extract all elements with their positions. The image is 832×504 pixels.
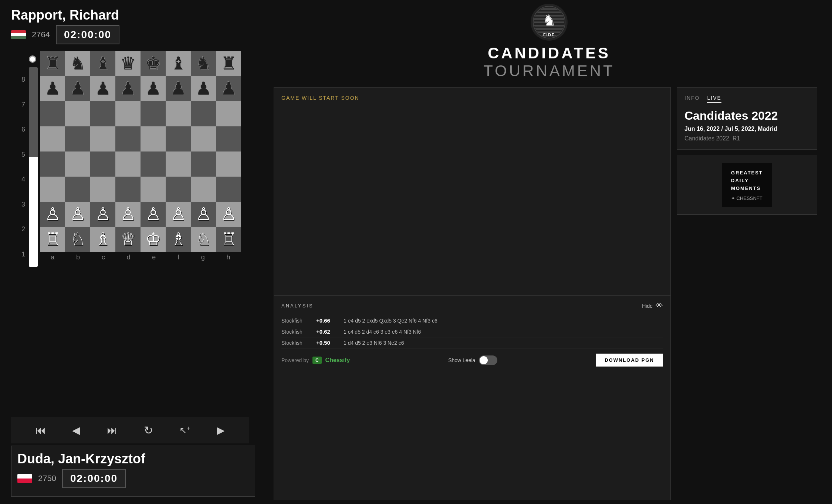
cell-3-4[interactable] — [141, 126, 166, 151]
analysis-row-3: Stockfish +0.50 1 d4 d5 2 e3 Nf6 3 Ne2 c… — [281, 337, 663, 348]
cell-4-3[interactable] — [115, 151, 141, 177]
cell-1-4[interactable]: ♟ — [141, 76, 166, 101]
cell-7-3[interactable]: ♕ — [115, 227, 141, 252]
cell-7-4[interactable]: ♔ — [141, 227, 166, 252]
chessnft-panel[interactable]: GREATEST DAILY MOMENTS ✦ CHESSNFT — [677, 156, 817, 215]
cell-1-3[interactable]: ♟ — [115, 76, 141, 101]
right-panel: ♞ FIDE CANDIDATES TOURNAMENT GAME WILL S… — [266, 0, 832, 504]
first-button[interactable]: ⏮ — [32, 423, 50, 438]
analysis-section: ANALYSIS Hide 👁 Stockfish +0.66 1 e4 d5 … — [274, 295, 671, 500]
cell-3-6[interactable] — [191, 126, 216, 151]
engine-3: Stockfish — [281, 340, 311, 346]
download-pgn-button[interactable]: DOWNLOAD PGN — [596, 354, 663, 367]
toggle-knob — [480, 356, 488, 364]
cell-3-3[interactable] — [115, 126, 141, 151]
cell-2-4[interactable] — [141, 101, 166, 126]
player-top: Rapport, Richard 2764 02:00:00 — [11, 7, 259, 47]
cell-0-0[interactable]: ♜ — [40, 51, 65, 76]
cell-0-1[interactable]: ♞ — [65, 51, 90, 76]
last-button[interactable]: ▶ — [213, 423, 229, 438]
refresh-button[interactable]: ↻ — [140, 422, 157, 438]
cell-2-6[interactable] — [191, 101, 216, 126]
cell-4-0[interactable] — [40, 151, 65, 177]
hide-button[interactable]: Hide 👁 — [642, 302, 663, 310]
cell-1-5[interactable]: ♟ — [166, 76, 191, 101]
moves-2: 1 c4 d5 2 d4 c6 3 e3 e6 4 Nf3 Nf6 — [344, 329, 663, 335]
cell-0-5[interactable]: ♝ — [166, 51, 191, 76]
cell-4-1[interactable] — [65, 151, 90, 177]
cell-6-1[interactable]: ♙ — [65, 202, 90, 227]
player-top-name: Rapport, Richard — [11, 7, 259, 23]
cell-5-3[interactable] — [115, 177, 141, 202]
cell-3-2[interactable] — [90, 126, 115, 151]
cell-6-0[interactable]: ♙ — [40, 202, 65, 227]
cell-7-0[interactable]: ♖ — [40, 227, 65, 252]
cell-6-7[interactable]: ♙ — [216, 202, 241, 227]
player-bottom-timer: 02:00:00 — [62, 469, 126, 488]
cell-3-1[interactable] — [65, 126, 90, 151]
leela-toggle[interactable] — [479, 355, 497, 365]
next-button[interactable]: ⏭ — [103, 423, 121, 438]
cell-7-1[interactable]: ♘ — [65, 227, 90, 252]
player-top-timer: 02:00:00 — [56, 25, 119, 44]
cell-6-2[interactable]: ♙ — [90, 202, 115, 227]
cell-2-3[interactable] — [115, 101, 141, 126]
cell-3-7[interactable] — [216, 126, 241, 151]
score-1: +0.66 — [316, 317, 338, 324]
cell-4-2[interactable] — [90, 151, 115, 177]
cell-5-5[interactable] — [166, 177, 191, 202]
cell-4-7[interactable] — [216, 151, 241, 177]
cell-5-1[interactable] — [65, 177, 90, 202]
cell-0-6[interactable]: ♞ — [191, 51, 216, 76]
chess-board[interactable]: ♜♞♝♛♚♝♞♜♟♟♟♟♟♟♟♟♙♙♙♙♙♙♙♙♖♘♗♕♔♗♘♖ — [40, 51, 241, 252]
cell-4-6[interactable] — [191, 151, 216, 177]
cell-2-5[interactable] — [166, 101, 191, 126]
player-top-flag — [11, 30, 26, 39]
cell-6-4[interactable]: ♙ — [141, 202, 166, 227]
cell-0-4[interactable]: ♚ — [141, 51, 166, 76]
right-main: GAME WILL START SOON ANALYSIS Hide 👁 Sto… — [274, 87, 671, 500]
prev-button[interactable]: ◀ — [68, 423, 84, 438]
engine-2: Stockfish — [281, 329, 311, 335]
cell-1-7[interactable]: ♟ — [216, 76, 241, 101]
board-container: 8 7 6 5 4 3 2 1 ♜♞♝♛♚♝♞♜♟♟♟♟♟♟♟♟♙♙♙♙♙♙♙♙… — [11, 51, 259, 415]
cell-1-1[interactable]: ♟ — [65, 76, 90, 101]
cell-2-7[interactable] — [216, 101, 241, 126]
cell-6-5[interactable]: ♙ — [166, 202, 191, 227]
cell-3-5[interactable] — [166, 126, 191, 151]
cell-5-4[interactable] — [141, 177, 166, 202]
cell-1-2[interactable]: ♟ — [90, 76, 115, 101]
cell-4-4[interactable] — [141, 151, 166, 177]
cell-5-0[interactable] — [40, 177, 65, 202]
tab-info[interactable]: INFO — [684, 95, 700, 103]
cell-7-2[interactable]: ♗ — [90, 227, 115, 252]
cell-7-7[interactable]: ♖ — [216, 227, 241, 252]
chessnft-brand: ✦ CHESSNFT — [731, 195, 763, 201]
cell-3-0[interactable] — [40, 126, 65, 151]
cursor-button[interactable]: ↖+ — [176, 423, 194, 437]
player-top-rating: 2764 — [32, 30, 50, 40]
cell-1-0[interactable]: ♟ — [40, 76, 65, 101]
analysis-row-2: Stockfish +0.62 1 c4 d5 2 d4 c6 3 e3 e6 … — [281, 326, 663, 337]
cell-6-3[interactable]: ♙ — [115, 202, 141, 227]
cell-7-5[interactable]: ♗ — [166, 227, 191, 252]
cell-2-0[interactable] — [40, 101, 65, 126]
left-panel: Rapport, Richard 2764 02:00:00 8 7 6 5 4… — [0, 0, 266, 504]
cell-5-7[interactable] — [216, 177, 241, 202]
cell-5-2[interactable] — [90, 177, 115, 202]
cell-4-5[interactable] — [166, 151, 191, 177]
analysis-header: ANALYSIS Hide 👁 — [281, 302, 663, 310]
info-tabs: INFO LIVE — [684, 95, 809, 103]
cell-0-3[interactable]: ♛ — [115, 51, 141, 76]
cell-2-1[interactable] — [65, 101, 90, 126]
svg-text:FIDE: FIDE — [543, 33, 555, 37]
cell-2-2[interactable] — [90, 101, 115, 126]
cell-7-6[interactable]: ♘ — [191, 227, 216, 252]
tab-live[interactable]: LIVE — [707, 95, 721, 103]
cell-1-6[interactable]: ♟ — [191, 76, 216, 101]
cell-5-6[interactable] — [191, 177, 216, 202]
moves-1: 1 e4 d5 2 exd5 Qxd5 3 Qe2 Nf6 4 Nf3 c6 — [344, 318, 663, 324]
cell-6-6[interactable]: ♙ — [191, 202, 216, 227]
cell-0-2[interactable]: ♝ — [90, 51, 115, 76]
cell-0-7[interactable]: ♜ — [216, 51, 241, 76]
